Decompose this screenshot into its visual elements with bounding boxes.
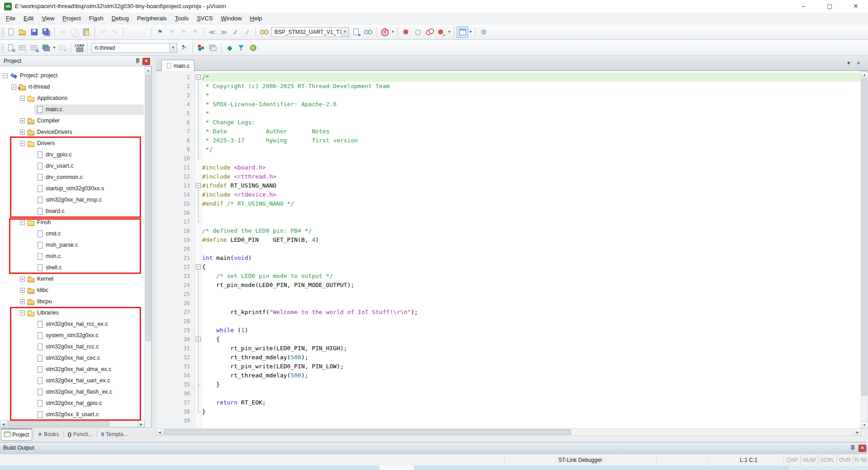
menu-item-file[interactable]: File xyxy=(2,15,19,22)
menu-item-debug[interactable]: Debug xyxy=(108,15,133,22)
fold-collapse-icon[interactable]: − xyxy=(196,264,201,269)
tree-item-klibc[interactable]: +klibc xyxy=(0,285,145,296)
pin-icon[interactable] xyxy=(134,58,141,64)
collapse-icon[interactable]: − xyxy=(3,73,8,78)
expand-icon[interactable]: + xyxy=(20,277,25,282)
fold-collapse-icon[interactable]: − xyxy=(196,183,201,188)
indent-button[interactable]: ≫ xyxy=(218,26,230,38)
panel-tab-project[interactable]: Project xyxy=(1,428,32,441)
copy-button[interactable] xyxy=(69,26,80,38)
start-stop-debug-button[interactable]: d xyxy=(379,26,391,38)
select-software-packs-button[interactable]: ◆ xyxy=(224,42,236,54)
chevron-down-icon[interactable]: ▼ xyxy=(169,43,177,52)
scroll-left-icon[interactable]: ◀ xyxy=(0,420,7,427)
insert-bookmark-button[interactable]: ⚑ xyxy=(154,26,166,38)
minimize-button[interactable]: – xyxy=(792,0,815,13)
panel-tab-templa[interactable]: 0Templa... xyxy=(98,428,131,440)
clear-bookmarks-button[interactable]: ⚑ xyxy=(189,26,201,38)
expand-icon[interactable]: + xyxy=(20,288,25,293)
options-for-target-button[interactable]: ✦ xyxy=(179,42,190,54)
tree-item-rt-thread[interactable]: −✳rt-thread xyxy=(0,81,145,93)
manage-run-time-environment-button[interactable] xyxy=(236,42,247,54)
menu-item-window[interactable]: Window xyxy=(217,15,246,22)
collapse-icon[interactable]: − xyxy=(20,96,25,101)
save-button[interactable] xyxy=(28,26,40,38)
configuration-wrench-button[interactable]: ⚙ xyxy=(478,26,490,38)
tree-item-kernel[interactable]: +Kernel xyxy=(0,273,145,285)
start-stop-debug-button-dropdown-icon[interactable]: ▼ xyxy=(391,30,395,34)
translate-file-button[interactable]: ↻ xyxy=(5,42,17,54)
debug-windows-button-dropdown-icon[interactable]: ▼ xyxy=(468,30,473,34)
paste-button[interactable] xyxy=(80,26,92,38)
editor-scroll-down-icon[interactable]: ▼ xyxy=(861,421,868,428)
menu-item-edit[interactable]: Edit xyxy=(19,15,38,22)
collapse-icon[interactable]: − xyxy=(11,85,16,89)
editor-scroll-up-icon[interactable]: ▲ xyxy=(861,71,868,78)
hscroll-thumb[interactable] xyxy=(8,421,109,426)
tree-item-libcpu[interactable]: +libcpu xyxy=(0,296,145,307)
search-text-combobox[interactable]: BSP_STM32_UART_V1_TX▼ xyxy=(271,27,349,37)
next-bookmark-button[interactable]: ⚑ xyxy=(178,26,189,38)
navigate-back-button[interactable]: ← xyxy=(126,26,137,38)
download-code-button[interactable]: LOAD✦ xyxy=(73,42,85,54)
uncomment-selection-button[interactable]: ∕∕ xyxy=(241,26,253,38)
manage-project-items-button[interactable] xyxy=(195,42,207,54)
debug-windows-button[interactable] xyxy=(457,26,468,38)
maximize-button[interactable]: ▢ xyxy=(818,0,841,13)
close-panel-icon[interactable] xyxy=(142,58,150,65)
menu-item-view[interactable]: View xyxy=(38,15,58,22)
close-button[interactable]: ✕ xyxy=(844,0,867,13)
save-all-button[interactable] xyxy=(40,26,52,38)
find-next-button[interactable]: ▸ xyxy=(350,26,362,38)
tree-item-main-c[interactable]: main.c xyxy=(0,104,145,115)
menu-item-help[interactable]: Help xyxy=(246,15,266,22)
close-build-output-icon[interactable] xyxy=(859,445,866,452)
file-extensions-button[interactable] xyxy=(207,42,219,54)
pin-icon[interactable] xyxy=(849,445,856,451)
menu-item-flash[interactable]: Flash xyxy=(85,15,108,22)
fold-collapse-icon[interactable]: − xyxy=(196,75,201,80)
undo-button[interactable]: ↶ xyxy=(97,26,109,38)
batch-build-button[interactable] xyxy=(40,42,52,54)
editor-vscroll-thumb[interactable] xyxy=(862,79,867,395)
redo-button[interactable]: ↷ xyxy=(109,26,121,38)
previous-bookmark-button[interactable]: ⚑ xyxy=(166,26,178,38)
chevron-down-icon[interactable]: ▼ xyxy=(341,28,349,37)
expand-icon[interactable]: + xyxy=(20,130,25,135)
panel-tab-books[interactable]: ❖Books xyxy=(34,428,62,440)
navigate-forward-button[interactable]: → xyxy=(137,26,149,38)
vscroll-thumb[interactable] xyxy=(146,75,151,341)
scroll-right-icon[interactable]: ▶ xyxy=(138,420,145,427)
expand-icon[interactable]: + xyxy=(20,118,25,123)
comment-selection-button[interactable]: ∕∕ xyxy=(230,26,241,38)
menu-item-tools[interactable]: Tools xyxy=(171,15,193,22)
insert-breakpoint-button[interactable] xyxy=(400,26,412,38)
kill-all-breakpoints-button[interactable] xyxy=(424,26,435,38)
editor-scroll-left-icon[interactable]: ◀ xyxy=(156,428,163,436)
tab-list-dropdown-icon[interactable]: ▼ xyxy=(844,61,853,66)
target-select-combobox[interactable]: rt-thread▼ xyxy=(91,43,177,53)
disable-breakpoint-button[interactable] xyxy=(412,26,424,38)
find-button[interactable] xyxy=(362,26,374,38)
editor-scroll-right-icon[interactable]: ▶ xyxy=(854,428,861,436)
cut-button[interactable]: ✂ xyxy=(57,26,69,38)
menu-item-svcs[interactable]: SVCS xyxy=(193,15,217,22)
enable-disable-breakpoint-button[interactable]: ▸ xyxy=(435,26,447,38)
find-in-files-button[interactable] xyxy=(258,26,270,38)
scroll-up-icon[interactable]: ▲ xyxy=(145,66,151,73)
code-editor[interactable]: 1234567891011121314151617181920212223242… xyxy=(156,71,868,428)
build-target-button[interactable]: ↓ xyxy=(17,42,28,54)
rebuild-all-button[interactable]: ⇊ xyxy=(28,42,40,54)
batch-build-button-dropdown-icon[interactable]: ▼ xyxy=(52,46,57,50)
editor-hscroll-thumb[interactable] xyxy=(164,429,571,435)
tree-item-applications[interactable]: −Applications xyxy=(0,93,145,104)
tree-item-compiler[interactable]: +Compiler xyxy=(0,115,145,127)
unindent-button[interactable]: ≪ xyxy=(206,26,218,38)
tree-item-project-project[interactable]: −Project: project xyxy=(0,70,145,81)
open-file-button[interactable] xyxy=(17,26,28,38)
tab-main-c[interactable]: main.c xyxy=(161,60,194,71)
close-document-icon[interactable]: ✕ xyxy=(854,61,863,66)
enable-disable-breakpoint-button-dropdown-icon[interactable]: ▼ xyxy=(447,30,452,34)
panel-tab-functi[interactable]: {}Functi... xyxy=(65,428,96,440)
menu-item-peripherals[interactable]: Peripherals xyxy=(133,15,171,22)
